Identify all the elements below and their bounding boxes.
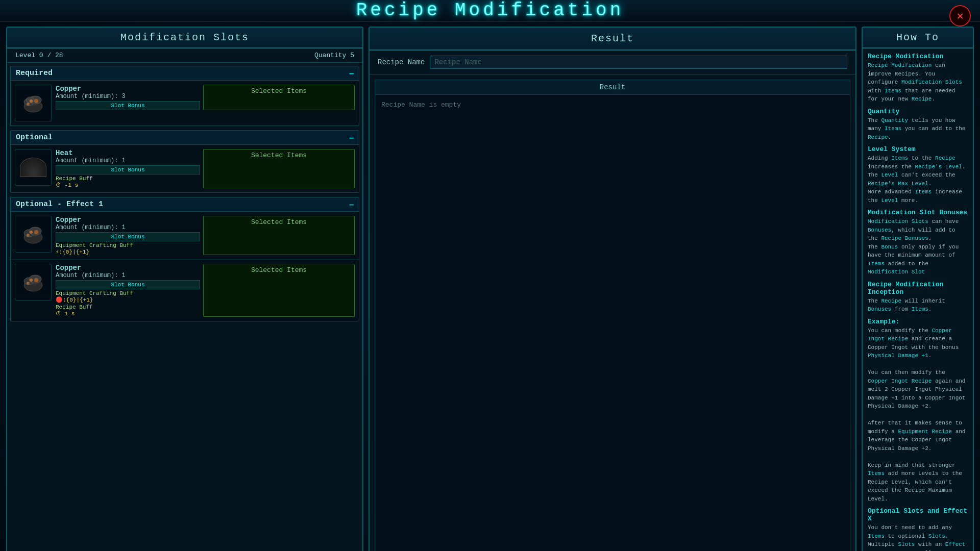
howto-section-optional-slots: Optional Slots and Effect X You don't ne… xyxy=(868,507,968,551)
effect1-slot-amount-1: Amount (minimum): 1 xyxy=(56,224,200,231)
svg-point-6 xyxy=(27,103,30,106)
required-section: Required — xyxy=(10,66,359,126)
howto-section-text-2: The Quantity tells you how many Items yo… xyxy=(868,116,968,142)
panel-stats: Level 0 / 28 Quantity 5 xyxy=(7,48,362,63)
heat-shape xyxy=(20,158,46,177)
recipe-name-label: Recipe Name xyxy=(378,58,425,66)
svg-point-18 xyxy=(27,282,30,285)
howto-section-slot-bonuses: Modification Slot Bonuses Modification S… xyxy=(868,209,968,277)
recipe-name-input[interactable] xyxy=(430,56,847,69)
howto-section-title-2: Quantity xyxy=(868,108,968,115)
howto-content: Recipe Modification Recipe Modification … xyxy=(863,48,973,551)
optional-slot-selected-1[interactable]: Selected Items xyxy=(203,149,355,188)
svg-point-11 xyxy=(34,230,38,234)
copper-icon-1 xyxy=(15,85,52,121)
recipe-name-row: Recipe Name xyxy=(370,51,855,74)
effect1-slot-buff-text-2b: Recipe Buff xyxy=(56,304,200,310)
optional-slot-amount-1: Amount (minimum): 1 xyxy=(56,157,200,164)
effect1-slot-bonus-2: Slot Bonus xyxy=(56,280,200,289)
effect1-slot-name-2: Copper xyxy=(56,264,200,272)
svg-point-10 xyxy=(30,231,33,234)
result-panel: Result Recipe Name Result Recipe Name is… xyxy=(369,27,856,551)
howto-section-example: Example: You can modify the Copper Ingot… xyxy=(868,318,968,504)
howto-title: How To xyxy=(896,32,939,43)
heat-icon xyxy=(15,149,52,186)
required-slot-bonus-1: Slot Bonus xyxy=(56,101,200,110)
effect1-slot-left-1: Copper Amount (minimum): 1 Slot Bonus Eq… xyxy=(56,216,200,255)
howto-header: How To xyxy=(863,28,973,48)
middle-panel: Result Recipe Name Result Recipe Name is… xyxy=(369,27,856,551)
result-inner-title: Result xyxy=(375,80,850,95)
required-section-header: Required — xyxy=(11,66,359,81)
howto-section-text-4: Modification Slots can have Bonuses, whi… xyxy=(868,217,968,277)
howto-section-text-5: The Recipe will inherit Bonuses from Ite… xyxy=(868,297,968,314)
required-title: Required xyxy=(16,69,53,78)
effect1-selected-label-1: Selected Items xyxy=(251,218,307,226)
howto-section-inception: Recipe Modification Inception The Recipe… xyxy=(868,281,968,314)
optional-section-header: Optional — xyxy=(11,131,359,145)
copper-icon-3 xyxy=(15,264,52,300)
effect1-slot-columns-2: Copper Amount (minimum): 1 Slot Bonus Eq… xyxy=(56,264,355,317)
optional-slot-buff-value-1: ⏱ -1 s xyxy=(56,182,200,188)
effect1-slot-info-1: Copper Amount (minimum): 1 Slot Bonus Eq… xyxy=(56,216,355,255)
optional-effect1-header: Optional - Effect 1 — xyxy=(11,197,359,212)
optional-effect1-title: Optional - Effect 1 xyxy=(16,200,103,209)
effect1-slot-buff-value-2b: ⏱ 1 s xyxy=(56,310,200,317)
effect1-slot-buff-text-2: Equipment Crafting Buff xyxy=(56,290,200,296)
howto-section-level: Level System Adding Items to the Recipe … xyxy=(868,145,968,205)
howto-section-title-7: Optional Slots and Effect X xyxy=(868,507,968,522)
svg-point-12 xyxy=(27,234,30,237)
optional-effect1-collapse[interactable]: — xyxy=(350,201,354,209)
main-content: Modification Slots Level 0 / 28 Quantity… xyxy=(0,21,980,551)
optional-section: Optional — Heat Amount (minimum): 1 xyxy=(10,130,359,193)
quantity-stat: Quantity 5 xyxy=(314,52,354,59)
copper-icon-2 xyxy=(15,216,52,253)
howto-section-title-3: Level System xyxy=(868,145,968,153)
effect1-slot-row-2: Copper Amount (minimum): 1 Slot Bonus Eq… xyxy=(11,260,359,321)
howto-section-quantity: Quantity The Quantity tells you how many… xyxy=(868,108,968,142)
required-slot-name-1: Copper xyxy=(56,85,200,93)
effect1-slot-buff-text-1: Equipment Crafting Buff xyxy=(56,242,200,248)
required-slot-row-1: Copper Amount (minimum): 3 Slot Bonus Se… xyxy=(11,81,359,126)
howto-section-title-4: Modification Slot Bonuses xyxy=(868,209,968,216)
svg-point-4 xyxy=(30,99,33,103)
level-stat: Level 0 / 28 xyxy=(15,52,63,59)
page-title: Recipe Modification xyxy=(356,0,624,21)
optional-effect1-section: Optional - Effect 1 — xyxy=(10,197,359,321)
modification-slots-title: Modification Slots xyxy=(120,32,249,43)
effect1-slot-row-1: Copper Amount (minimum): 1 Slot Bonus Eq… xyxy=(11,212,359,260)
svg-point-17 xyxy=(34,278,38,282)
result-empty-text: Recipe Name is empty xyxy=(375,95,850,551)
optional-title: Optional xyxy=(16,133,53,142)
required-slot-selected-1[interactable]: Selected Items xyxy=(203,85,355,110)
effect1-slot-columns-1: Copper Amount (minimum): 1 Slot Bonus Eq… xyxy=(56,216,355,255)
howto-section-text-3: Adding Items to the Recipe increases the… xyxy=(868,154,968,205)
result-title: Result xyxy=(591,33,634,44)
optional-slot-info-1: Heat Amount (minimum): 1 Slot Bonus Reci… xyxy=(56,149,355,188)
howto-section-text-6: You can modify the Copper Ingot Recipe a… xyxy=(868,327,968,504)
modification-slots-panel: Modification Slots Level 0 / 28 Quantity… xyxy=(6,27,363,551)
close-button[interactable]: ✕ xyxy=(949,5,971,27)
slots-container: Required — xyxy=(7,63,362,551)
result-inner: Result Recipe Name is empty xyxy=(375,80,850,551)
howto-section-title-5: Recipe Modification Inception xyxy=(868,281,968,296)
optional-collapse[interactable]: — xyxy=(350,134,354,142)
effect1-selected-label-2: Selected Items xyxy=(251,266,307,274)
required-slot-left-1: Copper Amount (minimum): 3 Slot Bonus xyxy=(56,85,200,110)
required-collapse[interactable]: — xyxy=(350,69,354,78)
effect1-slot-bonus-1: Slot Bonus xyxy=(56,232,200,241)
required-slot-info-1: Copper Amount (minimum): 3 Slot Bonus Se… xyxy=(56,85,355,121)
effect1-slot-left-2: Copper Amount (minimum): 1 Slot Bonus Eq… xyxy=(56,264,200,317)
optional-slot-bonus-1: Slot Bonus xyxy=(56,165,200,174)
effect1-slot-amount-2: Amount (minimum): 1 xyxy=(56,272,200,279)
effect1-slot-selected-1[interactable]: Selected Items xyxy=(203,216,355,255)
effect1-slot-buff-value-2: 🔴:{0}|{+1} xyxy=(56,296,200,303)
optional-slot-name-1: Heat xyxy=(56,149,200,157)
effect1-slot-buff-value-1: ⚡:{0}|{+1} xyxy=(56,248,200,255)
effect1-slot-selected-2[interactable]: Selected Items xyxy=(203,264,355,317)
optional-slot-columns-1: Heat Amount (minimum): 1 Slot Bonus Reci… xyxy=(56,149,355,188)
optional-slot-row-1: Heat Amount (minimum): 1 Slot Bonus Reci… xyxy=(11,145,359,192)
howto-section-text-1: Recipe Modification can improve Recipes.… xyxy=(868,61,968,104)
required-selected-label-1: Selected Items xyxy=(251,87,307,95)
modification-slots-header: Modification Slots xyxy=(7,28,362,48)
